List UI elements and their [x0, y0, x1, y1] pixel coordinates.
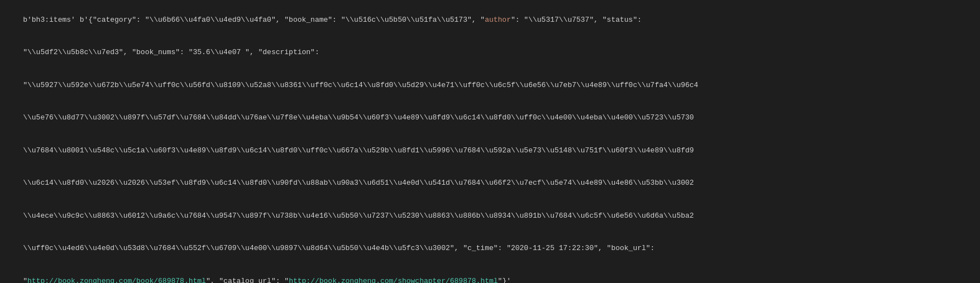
output-line-2: "\\u5df2\\u5b8c\\u7ed3", "book_nums": "3…	[6, 36, 974, 69]
output-line-3: "\\u5927\\u592e\\u672b\\u5e74\\uff0c\\u5…	[6, 69, 974, 102]
line9-mid: ", "catalog_url": "	[206, 277, 289, 284]
output-line-9: "http://book.zongheng.com/book/689878.ht…	[6, 265, 974, 283]
line7-text: \\u4ece\\u9c9c\\u8863\\u6012\\u9a6c\\u76…	[23, 212, 694, 220]
line3-text: "\\u5927\\u592e\\u672b\\u5e74\\uff0c\\u5…	[23, 81, 698, 89]
terminal-window: b'bh3:items' b'{"category": "\\u6b66\\u4…	[0, 0, 980, 283]
catalog-url-link-1[interactable]: http://book.zongheng.com/showchapter/689…	[289, 277, 498, 284]
book-url-link-1[interactable]: http://book.zongheng.com/book/689878.htm…	[27, 277, 206, 284]
line1-text: b'bh3:items' b'{"category": "\\u6b66\\u4…	[23, 16, 642, 24]
line5-text: \\u7684\\u8001\\u548c\\u5c1a\\u60f3\\u4e…	[23, 146, 694, 155]
line2-text: "\\u5df2\\u5b8c\\u7ed3", "book_nums": "3…	[23, 48, 319, 56]
line8-text: \\uff0c\\u4ed6\\u4e0d\\u53d8\\u7684\\u55…	[23, 244, 654, 252]
output-line-1: b'bh3:items' b'{"category": "\\u6b66\\u4…	[6, 3, 974, 36]
output-line-8: \\uff0c\\u4ed6\\u4e0d\\u53d8\\u7684\\u55…	[6, 232, 974, 265]
line9-end: "}'	[498, 277, 511, 284]
output-line-6: \\u6c14\\u8fd0\\u2026\\u2026\\u53ef\\u8f…	[6, 167, 974, 200]
line9-quote1: "	[23, 277, 27, 284]
line6-text: \\u6c14\\u8fd0\\u2026\\u2026\\u53ef\\u8f…	[23, 179, 694, 187]
line4-text: \\u5e76\\u8d77\\u3002\\u897f\\u57df\\u76…	[23, 113, 694, 122]
output-line-5: \\u7684\\u8001\\u548c\\u5c1a\\u60f3\\u4e…	[6, 134, 974, 167]
output-line-4: \\u5e76\\u8d77\\u3002\\u897f\\u57df\\u76…	[6, 102, 974, 135]
output-line-7: \\u4ece\\u9c9c\\u8863\\u6012\\u9a6c\\u76…	[6, 199, 974, 232]
